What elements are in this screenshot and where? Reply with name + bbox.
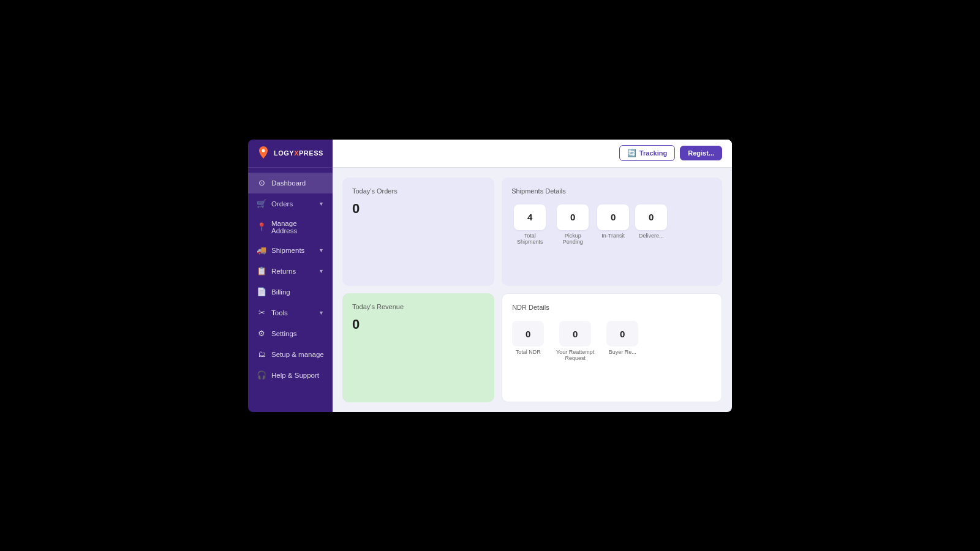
- ndr-card-title: NDR Details: [512, 304, 712, 311]
- tracking-button[interactable]: 🔄 Tracking: [619, 145, 675, 161]
- tools-icon: ✂: [257, 308, 266, 318]
- ndr-card: NDR Details 0 Total NDR 0 Your Reattempt…: [502, 293, 722, 402]
- pickup-pending-label: Pickup Pending: [554, 233, 591, 245]
- buyer-request-stat: 0 Buyer Re...: [606, 321, 638, 361]
- sidebar-item-label: Tools: [271, 309, 314, 317]
- reattempt-request-label: Your Reattempt Request: [554, 349, 597, 361]
- shipments-card: Shipments Details 4 Total Shipments 0 Pi…: [502, 178, 722, 287]
- setup-manage-icon: 🗂: [257, 350, 266, 359]
- tracking-label: Tracking: [639, 149, 667, 157]
- logo-text: LOGYXPRESS: [274, 149, 323, 157]
- pickup-pending-value: 0: [557, 204, 589, 230]
- main-content: 🔄 Tracking Regist... Today's Orders 0 Sh…: [333, 140, 732, 412]
- sidebar-item-label: Shipments: [271, 247, 314, 254]
- manage-address-icon: 📍: [257, 222, 266, 232]
- sidebar-item-label: Returns: [271, 268, 314, 275]
- billing-icon: 📄: [257, 287, 266, 297]
- delivered-label: Delivere...: [639, 233, 664, 239]
- returns-icon: 📋: [257, 266, 266, 276]
- sidebar-item-setup-manage[interactable]: 🗂 Setup & manage: [248, 344, 333, 365]
- sidebar-item-returns[interactable]: 📋 Returns ▼: [248, 261, 333, 282]
- in-transit-label: In-Transit: [601, 233, 625, 239]
- refresh-icon: 🔄: [627, 149, 636, 157]
- in-transit-stat: 0 In-Transit: [597, 204, 629, 245]
- logo-icon: [257, 146, 270, 160]
- total-shipments-stat: 4 Total Shipments: [511, 204, 548, 245]
- sidebar-item-tools[interactable]: ✂ Tools ▼: [248, 302, 333, 323]
- reattempt-request-stat: 0 Your Reattempt Request: [554, 321, 597, 361]
- orders-card: Today's Orders 0: [342, 178, 494, 287]
- orders-icon: 🛒: [257, 199, 266, 209]
- delivered-stat: 0 Delivere...: [635, 204, 667, 245]
- revenue-card-value: 0: [352, 317, 484, 332]
- app-window: LOGYXPRESS ⊙ Dashboard 🛒 Orders ▼ 📍 Mana…: [248, 140, 732, 412]
- orders-card-title: Today's Orders: [352, 187, 484, 195]
- revenue-card: Today's Revenue 0: [342, 293, 494, 402]
- sidebar-item-label: Billing: [271, 288, 324, 296]
- total-ndr-label: Total NDR: [516, 349, 541, 355]
- sidebar: LOGYXPRESS ⊙ Dashboard 🛒 Orders ▼ 📍 Mana…: [248, 140, 333, 412]
- sidebar-item-label: Help & Support: [271, 372, 324, 379]
- chevron-down-icon: ▼: [318, 201, 324, 207]
- shipments-card-title: Shipments Details: [511, 187, 712, 195]
- sidebar-item-label: Manage Address: [271, 220, 324, 234]
- topbar: 🔄 Tracking Regist...: [333, 140, 732, 168]
- sidebar-item-label: Setup & manage: [271, 351, 324, 358]
- sidebar-item-settings[interactable]: ⚙ Settings: [248, 323, 333, 344]
- sidebar-navigation: ⊙ Dashboard 🛒 Orders ▼ 📍 Manage Address …: [248, 168, 333, 412]
- total-shipments-label: Total Shipments: [511, 233, 548, 245]
- ndr-stats-grid: 0 Total NDR 0 Your Reattempt Request 0 B…: [512, 321, 712, 361]
- chevron-down-icon: ▼: [318, 268, 324, 274]
- svg-point-0: [262, 149, 265, 152]
- dashboard-icon: ⊙: [257, 178, 266, 188]
- shipments-stats-grid: 4 Total Shipments 0 Pickup Pending 0 In-…: [511, 204, 712, 245]
- revenue-card-title: Today's Revenue: [352, 303, 484, 310]
- sidebar-item-shipments[interactable]: 🚚 Shipments ▼: [248, 240, 333, 261]
- total-shipments-value: 4: [514, 204, 546, 230]
- dashboard-body: Today's Orders 0 Shipments Details 4 Tot…: [333, 168, 732, 412]
- help-support-icon: 🎧: [257, 370, 266, 380]
- shipments-icon: 🚚: [257, 246, 266, 255]
- sidebar-item-label: Orders: [271, 200, 314, 208]
- pickup-pending-stat: 0 Pickup Pending: [554, 204, 591, 245]
- orders-card-value: 0: [352, 201, 484, 217]
- sidebar-item-orders[interactable]: 🛒 Orders ▼: [248, 193, 333, 214]
- chevron-down-icon: ▼: [318, 247, 324, 253]
- in-transit-value: 0: [597, 204, 629, 230]
- register-label: Regist...: [688, 149, 714, 157]
- sidebar-item-billing[interactable]: 📄 Billing: [248, 282, 333, 302]
- sidebar-item-label: Settings: [271, 330, 324, 337]
- sidebar-item-dashboard[interactable]: ⊙ Dashboard: [248, 173, 333, 193]
- sidebar-item-help-support[interactable]: 🎧 Help & Support: [248, 365, 333, 386]
- chevron-down-icon: ▼: [318, 310, 324, 316]
- reattempt-request-value: 0: [559, 321, 591, 347]
- total-ndr-stat: 0 Total NDR: [512, 321, 544, 361]
- sidebar-item-label: Dashboard: [271, 179, 324, 187]
- settings-icon: ⚙: [257, 329, 266, 339]
- logo: LOGYXPRESS: [248, 140, 333, 168]
- buyer-request-label: Buyer Re...: [609, 349, 636, 355]
- register-button[interactable]: Regist...: [680, 146, 722, 160]
- sidebar-item-manage-address[interactable]: 📍 Manage Address: [248, 214, 333, 240]
- delivered-value: 0: [635, 204, 667, 230]
- buyer-request-value: 0: [606, 321, 638, 347]
- total-ndr-value: 0: [512, 321, 544, 347]
